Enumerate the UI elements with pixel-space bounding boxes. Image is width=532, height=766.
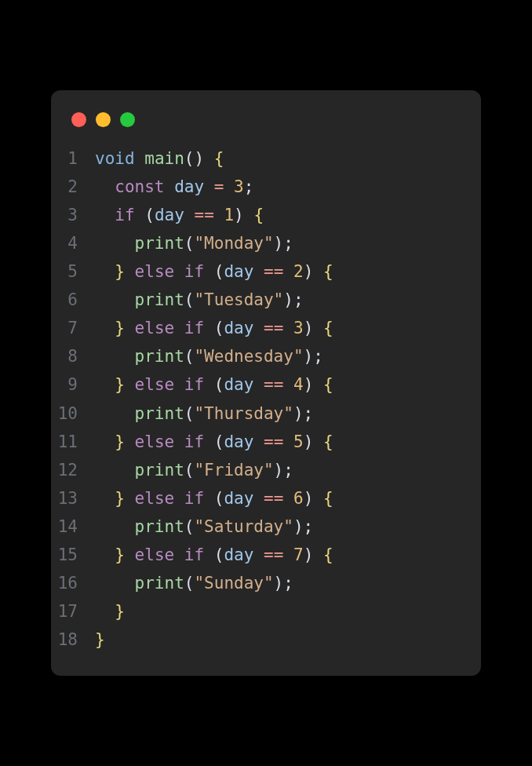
code-content: void main() { <box>95 144 224 173</box>
code-line: 2 const day = 3; <box>51 173 462 201</box>
code-line: 12 print("Friday"); <box>51 456 462 484</box>
code-content: } else if (day == 5) { <box>95 428 333 456</box>
code-content: } else if (day == 2) { <box>95 257 333 286</box>
code-line: 11 } else if (day == 5) { <box>51 428 462 456</box>
code-line: 4 print("Monday"); <box>51 229 462 257</box>
code-line: 14 print("Saturday"); <box>51 512 462 541</box>
code-content: const day = 3; <box>95 173 253 201</box>
code-window: 1void main() {2 const day = 3;3 if (day … <box>51 90 481 677</box>
code-content: print("Tuesday"); <box>95 286 304 314</box>
line-number: 17 <box>51 597 95 626</box>
line-number: 16 <box>51 569 95 597</box>
line-number: 9 <box>51 370 95 399</box>
line-number: 12 <box>51 456 95 484</box>
code-line: 13 } else if (day == 6) { <box>51 484 462 512</box>
code-content: if (day == 1) { <box>95 201 264 229</box>
code-content: print("Sunday"); <box>95 569 293 597</box>
line-number: 13 <box>51 484 95 512</box>
code-content: } else if (day == 7) { <box>95 541 333 569</box>
code-line: 10 print("Thursday"); <box>51 399 462 428</box>
code-line: 3 if (day == 1) { <box>51 201 462 229</box>
line-number: 6 <box>51 286 95 314</box>
code-content: } <box>95 626 105 654</box>
close-icon[interactable] <box>71 112 86 127</box>
code-line: 9 } else if (day == 4) { <box>51 370 462 399</box>
line-number: 5 <box>51 257 95 286</box>
line-number: 11 <box>51 428 95 456</box>
code-line: 17 } <box>51 597 462 626</box>
code-content: } <box>95 597 125 626</box>
code-line: 1void main() { <box>51 144 462 173</box>
line-number: 1 <box>51 144 95 173</box>
code-line: 5 } else if (day == 2) { <box>51 257 462 286</box>
line-number: 7 <box>51 314 95 342</box>
code-line: 6 print("Tuesday"); <box>51 286 462 314</box>
line-number: 18 <box>51 626 95 654</box>
line-number: 8 <box>51 342 95 370</box>
window-titlebar <box>51 109 481 144</box>
line-number: 10 <box>51 399 95 428</box>
code-line: 7 } else if (day == 3) { <box>51 314 462 342</box>
code-content: print("Thursday"); <box>95 399 313 428</box>
code-line: 15 } else if (day == 7) { <box>51 541 462 569</box>
code-content: } else if (day == 3) { <box>95 314 333 342</box>
code-line: 16 print("Sunday"); <box>51 569 462 597</box>
zoom-icon[interactable] <box>120 112 135 127</box>
line-number: 4 <box>51 229 95 257</box>
line-number: 14 <box>51 512 95 541</box>
code-content: } else if (day == 6) { <box>95 484 333 512</box>
code-content: } else if (day == 4) { <box>95 370 333 399</box>
code-line: 18} <box>51 626 462 654</box>
line-number: 2 <box>51 173 95 201</box>
code-content: print("Monday"); <box>95 229 293 257</box>
code-block: 1void main() {2 const day = 3;3 if (day … <box>51 144 481 655</box>
code-content: print("Saturday"); <box>95 512 313 541</box>
code-content: print("Wednesday"); <box>95 342 323 370</box>
code-line: 8 print("Wednesday"); <box>51 342 462 370</box>
code-content: print("Friday"); <box>95 456 293 484</box>
minimize-icon[interactable] <box>96 112 111 127</box>
line-number: 3 <box>51 201 95 229</box>
line-number: 15 <box>51 541 95 569</box>
